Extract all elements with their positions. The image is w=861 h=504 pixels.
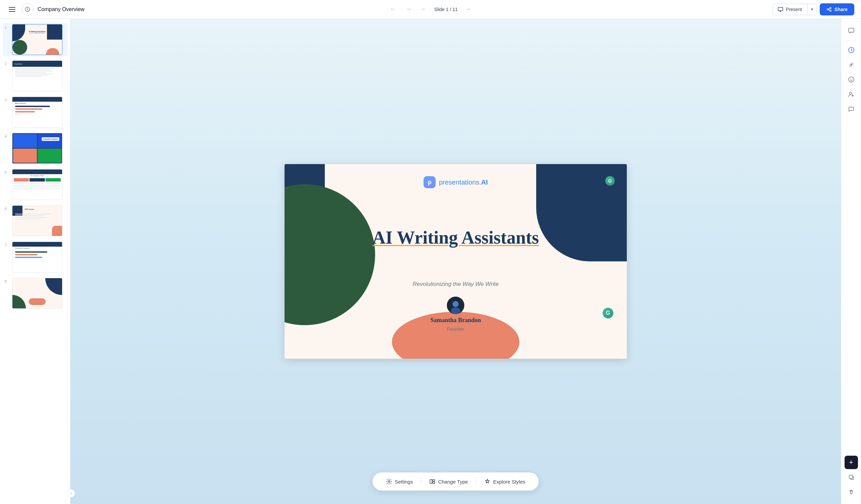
slide-toolbar: Settings Change Type Explore Styles xyxy=(372,473,538,491)
menu-icon[interactable] xyxy=(7,5,17,14)
next-slide-button[interactable]: → xyxy=(463,4,473,15)
history-button[interactable] xyxy=(22,3,33,15)
slide-main-title-container: AI Writing Assistants xyxy=(355,228,556,248)
slide-2-preview: Introduction xyxy=(12,60,63,91)
comments-icon[interactable] xyxy=(845,24,858,38)
history-panel-icon[interactable] xyxy=(845,43,858,57)
slide-4-preview: Competitor Landscape xyxy=(12,133,63,164)
duplicate-icon[interactable] xyxy=(845,471,858,484)
user-add-icon[interactable] xyxy=(845,87,858,101)
svg-rect-21 xyxy=(849,475,852,478)
present-button-group: Present ▾ xyxy=(772,4,817,15)
main-slide[interactable]: p presentations.AI G AI Writing Assistan… xyxy=(285,164,627,359)
sidebar-item-slide-4[interactable]: 4 Competitor Landscape xyxy=(3,132,67,165)
slide-1-preview: AI Writing Assistants Revolutionizing th… xyxy=(12,24,63,55)
svg-point-15 xyxy=(852,63,853,64)
svg-point-14 xyxy=(851,64,852,65)
change-type-button[interactable]: Change Type xyxy=(424,476,474,487)
logo-icon: p xyxy=(423,176,436,188)
sidebar-item-slide-3[interactable]: 3 Market Overview $2.3B xyxy=(3,95,67,129)
change-type-icon xyxy=(429,478,436,485)
svg-point-16 xyxy=(849,66,850,67)
grammarly-badge-top: G xyxy=(605,176,615,186)
present-dropdown-button[interactable]: ▾ xyxy=(807,4,817,14)
present-main-button[interactable]: Present xyxy=(773,4,807,15)
slide-presenter: Samantha Brandon Founder xyxy=(430,297,481,332)
grammarly-badge-bottom: G xyxy=(603,308,613,318)
sidebar-item-slide-1[interactable]: 1 AI Writing Assistants Revolutionizing … xyxy=(3,23,67,56)
svg-rect-10 xyxy=(433,479,435,481)
undo-button[interactable]: ← xyxy=(388,4,398,15)
svg-rect-9 xyxy=(430,479,432,483)
redo-button[interactable]: → xyxy=(403,4,413,15)
toolbar-divider-2 xyxy=(476,477,477,486)
prev-slide-button[interactable]: ← xyxy=(419,4,429,15)
slide-5-preview: Key Competitor Profiles xyxy=(12,169,63,200)
sidebar-item-slide-6[interactable]: 6 SWOT Analysis xyxy=(3,204,67,237)
svg-point-20 xyxy=(849,92,852,95)
emoji-icon[interactable] xyxy=(845,73,858,86)
explore-styles-button[interactable]: Explore Styles xyxy=(479,476,531,487)
topbar: Company Overview ← → ← Slide 1 / 11 → Pr… xyxy=(0,0,861,19)
svg-point-17 xyxy=(849,77,854,82)
collapse-sidebar-button[interactable]: ‹ xyxy=(67,489,75,497)
slide-subtitle: Revolutionizing the Way We Write xyxy=(413,281,498,288)
explore-styles-icon xyxy=(484,478,491,485)
right-panel: + xyxy=(841,19,861,504)
slide-8-preview xyxy=(12,278,63,309)
share-label: Share xyxy=(834,7,848,12)
explore-styles-label: Explore Styles xyxy=(493,479,525,485)
svg-point-18 xyxy=(850,79,851,80)
sidebar-item-slide-7[interactable]: 7 Competitive Comparison 25% 50% xyxy=(3,240,67,274)
svg-point-7 xyxy=(451,308,460,314)
canvas-area: p presentations.AI G AI Writing Assistan… xyxy=(70,19,841,504)
svg-rect-11 xyxy=(433,482,435,483)
settings-button[interactable]: Settings xyxy=(381,476,418,487)
slide-title: AI Writing Assistants xyxy=(355,228,556,248)
presenter-name: Samantha Brandon xyxy=(430,317,481,324)
slide-6-preview: SWOT Analysis xyxy=(12,205,63,236)
slide-7-preview: Competitive Comparison 25% 50% xyxy=(12,242,63,272)
decoration-left-circle xyxy=(285,184,375,325)
present-label: Present xyxy=(786,7,802,12)
slide-indicator: Slide 1 / 11 xyxy=(434,7,458,12)
sidebar-item-slide-2[interactable]: 2 Introduction xyxy=(3,59,67,93)
sidebar-item-slide-5[interactable]: 5 Key Competitor Profiles xyxy=(3,168,67,201)
slide-number: 1 xyxy=(5,26,9,29)
logo-text: presentations.AI xyxy=(439,178,488,186)
right-divider-1 xyxy=(846,40,857,41)
svg-point-8 xyxy=(388,481,390,482)
change-type-label: Change Type xyxy=(438,479,468,485)
svg-point-19 xyxy=(852,79,852,80)
svg-rect-12 xyxy=(849,28,854,32)
settings-icon xyxy=(386,478,392,485)
filter-icon[interactable] xyxy=(845,58,858,71)
svg-point-6 xyxy=(453,301,459,307)
slide-logo: p presentations.AI xyxy=(423,176,488,188)
delete-icon[interactable] xyxy=(845,485,858,499)
chat-icon[interactable] xyxy=(845,103,858,116)
presenter-role: Founder xyxy=(447,327,464,332)
main-area: 1 AI Writing Assistants Revolutionizing … xyxy=(0,19,861,504)
svg-rect-1 xyxy=(778,8,783,11)
document-title: Company Overview xyxy=(38,6,84,12)
slide-3-preview: Market Overview $2.3B xyxy=(12,97,63,127)
add-element-button[interactable]: + xyxy=(845,456,858,469)
presenter-avatar xyxy=(447,297,464,314)
sidebar-item-slide-8[interactable]: 8 xyxy=(3,276,67,310)
share-button[interactable]: Share xyxy=(820,3,854,15)
settings-label: Settings xyxy=(395,479,413,485)
slide-panel: 1 AI Writing Assistants Revolutionizing … xyxy=(0,19,70,504)
